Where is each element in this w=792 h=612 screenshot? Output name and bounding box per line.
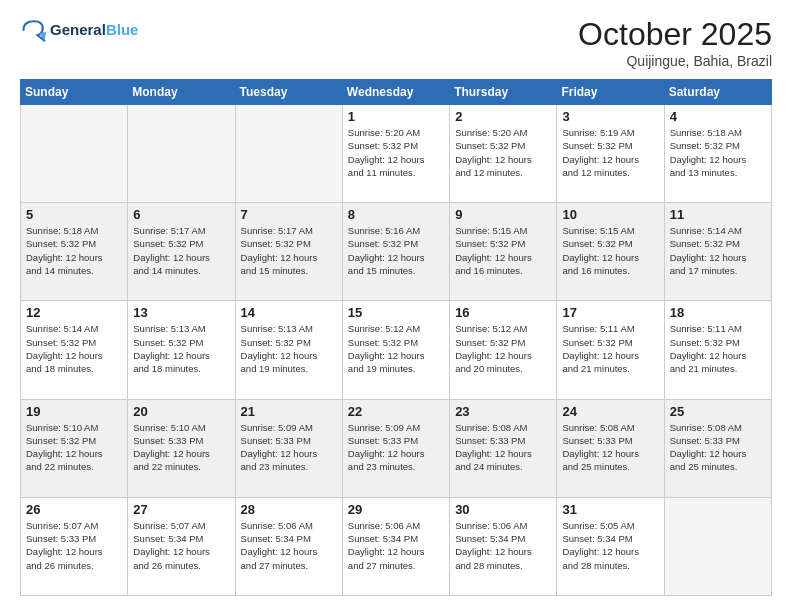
day-info: Sunrise: 5:07 AMSunset: 5:34 PMDaylight:…	[133, 519, 229, 572]
day-info: Sunrise: 5:11 AMSunset: 5:32 PMDaylight:…	[562, 322, 658, 375]
header: GeneralBlue October 2025 Quijingue, Bahi…	[20, 16, 772, 69]
col-tuesday: Tuesday	[235, 80, 342, 105]
day-number: 18	[670, 305, 766, 320]
table-row: 18Sunrise: 5:11 AMSunset: 5:32 PMDayligh…	[664, 301, 771, 399]
day-info: Sunrise: 5:10 AMSunset: 5:33 PMDaylight:…	[133, 421, 229, 474]
day-number: 30	[455, 502, 551, 517]
day-info: Sunrise: 5:20 AMSunset: 5:32 PMDaylight:…	[455, 126, 551, 179]
day-info: Sunrise: 5:16 AMSunset: 5:32 PMDaylight:…	[348, 224, 444, 277]
day-info: Sunrise: 5:05 AMSunset: 5:34 PMDaylight:…	[562, 519, 658, 572]
table-row	[21, 105, 128, 203]
table-row: 31Sunrise: 5:05 AMSunset: 5:34 PMDayligh…	[557, 497, 664, 595]
day-number: 7	[241, 207, 337, 222]
day-info: Sunrise: 5:10 AMSunset: 5:32 PMDaylight:…	[26, 421, 122, 474]
calendar-week-row: 1Sunrise: 5:20 AMSunset: 5:32 PMDaylight…	[21, 105, 772, 203]
day-number: 3	[562, 109, 658, 124]
col-friday: Friday	[557, 80, 664, 105]
day-number: 5	[26, 207, 122, 222]
calendar-week-row: 12Sunrise: 5:14 AMSunset: 5:32 PMDayligh…	[21, 301, 772, 399]
day-number: 6	[133, 207, 229, 222]
title-block: October 2025 Quijingue, Bahia, Brazil	[578, 16, 772, 69]
day-info: Sunrise: 5:06 AMSunset: 5:34 PMDaylight:…	[348, 519, 444, 572]
table-row: 30Sunrise: 5:06 AMSunset: 5:34 PMDayligh…	[450, 497, 557, 595]
calendar-header-row: Sunday Monday Tuesday Wednesday Thursday…	[21, 80, 772, 105]
table-row: 11Sunrise: 5:14 AMSunset: 5:32 PMDayligh…	[664, 203, 771, 301]
day-info: Sunrise: 5:09 AMSunset: 5:33 PMDaylight:…	[241, 421, 337, 474]
day-number: 20	[133, 404, 229, 419]
day-info: Sunrise: 5:06 AMSunset: 5:34 PMDaylight:…	[241, 519, 337, 572]
day-info: Sunrise: 5:17 AMSunset: 5:32 PMDaylight:…	[241, 224, 337, 277]
table-row: 3Sunrise: 5:19 AMSunset: 5:32 PMDaylight…	[557, 105, 664, 203]
day-number: 26	[26, 502, 122, 517]
day-info: Sunrise: 5:20 AMSunset: 5:32 PMDaylight:…	[348, 126, 444, 179]
table-row: 22Sunrise: 5:09 AMSunset: 5:33 PMDayligh…	[342, 399, 449, 497]
day-number: 12	[26, 305, 122, 320]
table-row: 23Sunrise: 5:08 AMSunset: 5:33 PMDayligh…	[450, 399, 557, 497]
day-info: Sunrise: 5:15 AMSunset: 5:32 PMDaylight:…	[455, 224, 551, 277]
day-number: 24	[562, 404, 658, 419]
day-info: Sunrise: 5:17 AMSunset: 5:32 PMDaylight:…	[133, 224, 229, 277]
day-info: Sunrise: 5:06 AMSunset: 5:34 PMDaylight:…	[455, 519, 551, 572]
day-info: Sunrise: 5:14 AMSunset: 5:32 PMDaylight:…	[670, 224, 766, 277]
day-number: 16	[455, 305, 551, 320]
calendar-week-row: 26Sunrise: 5:07 AMSunset: 5:33 PMDayligh…	[21, 497, 772, 595]
day-info: Sunrise: 5:07 AMSunset: 5:33 PMDaylight:…	[26, 519, 122, 572]
day-number: 11	[670, 207, 766, 222]
logo-icon	[20, 16, 48, 44]
table-row: 19Sunrise: 5:10 AMSunset: 5:32 PMDayligh…	[21, 399, 128, 497]
table-row	[235, 105, 342, 203]
logo-text: GeneralBlue	[50, 21, 138, 39]
table-row: 13Sunrise: 5:13 AMSunset: 5:32 PMDayligh…	[128, 301, 235, 399]
day-number: 22	[348, 404, 444, 419]
table-row: 20Sunrise: 5:10 AMSunset: 5:33 PMDayligh…	[128, 399, 235, 497]
table-row: 15Sunrise: 5:12 AMSunset: 5:32 PMDayligh…	[342, 301, 449, 399]
table-row: 21Sunrise: 5:09 AMSunset: 5:33 PMDayligh…	[235, 399, 342, 497]
day-number: 21	[241, 404, 337, 419]
day-info: Sunrise: 5:08 AMSunset: 5:33 PMDaylight:…	[455, 421, 551, 474]
day-info: Sunrise: 5:19 AMSunset: 5:32 PMDaylight:…	[562, 126, 658, 179]
table-row: 4Sunrise: 5:18 AMSunset: 5:32 PMDaylight…	[664, 105, 771, 203]
day-number: 13	[133, 305, 229, 320]
table-row: 1Sunrise: 5:20 AMSunset: 5:32 PMDaylight…	[342, 105, 449, 203]
table-row: 16Sunrise: 5:12 AMSunset: 5:32 PMDayligh…	[450, 301, 557, 399]
table-row: 9Sunrise: 5:15 AMSunset: 5:32 PMDaylight…	[450, 203, 557, 301]
day-number: 15	[348, 305, 444, 320]
day-info: Sunrise: 5:18 AMSunset: 5:32 PMDaylight:…	[670, 126, 766, 179]
subtitle: Quijingue, Bahia, Brazil	[578, 53, 772, 69]
table-row: 24Sunrise: 5:08 AMSunset: 5:33 PMDayligh…	[557, 399, 664, 497]
table-row: 5Sunrise: 5:18 AMSunset: 5:32 PMDaylight…	[21, 203, 128, 301]
day-info: Sunrise: 5:18 AMSunset: 5:32 PMDaylight:…	[26, 224, 122, 277]
day-number: 14	[241, 305, 337, 320]
col-saturday: Saturday	[664, 80, 771, 105]
table-row: 2Sunrise: 5:20 AMSunset: 5:32 PMDaylight…	[450, 105, 557, 203]
table-row: 17Sunrise: 5:11 AMSunset: 5:32 PMDayligh…	[557, 301, 664, 399]
day-info: Sunrise: 5:15 AMSunset: 5:32 PMDaylight:…	[562, 224, 658, 277]
day-number: 25	[670, 404, 766, 419]
table-row: 26Sunrise: 5:07 AMSunset: 5:33 PMDayligh…	[21, 497, 128, 595]
day-info: Sunrise: 5:13 AMSunset: 5:32 PMDaylight:…	[241, 322, 337, 375]
day-info: Sunrise: 5:12 AMSunset: 5:32 PMDaylight:…	[348, 322, 444, 375]
table-row: 7Sunrise: 5:17 AMSunset: 5:32 PMDaylight…	[235, 203, 342, 301]
day-info: Sunrise: 5:13 AMSunset: 5:32 PMDaylight:…	[133, 322, 229, 375]
day-info: Sunrise: 5:14 AMSunset: 5:32 PMDaylight:…	[26, 322, 122, 375]
day-number: 29	[348, 502, 444, 517]
day-info: Sunrise: 5:12 AMSunset: 5:32 PMDaylight:…	[455, 322, 551, 375]
table-row: 10Sunrise: 5:15 AMSunset: 5:32 PMDayligh…	[557, 203, 664, 301]
table-row: 14Sunrise: 5:13 AMSunset: 5:32 PMDayligh…	[235, 301, 342, 399]
day-number: 28	[241, 502, 337, 517]
col-thursday: Thursday	[450, 80, 557, 105]
table-row: 6Sunrise: 5:17 AMSunset: 5:32 PMDaylight…	[128, 203, 235, 301]
day-number: 2	[455, 109, 551, 124]
calendar-week-row: 5Sunrise: 5:18 AMSunset: 5:32 PMDaylight…	[21, 203, 772, 301]
calendar-table: Sunday Monday Tuesday Wednesday Thursday…	[20, 79, 772, 596]
day-number: 23	[455, 404, 551, 419]
calendar-week-row: 19Sunrise: 5:10 AMSunset: 5:32 PMDayligh…	[21, 399, 772, 497]
table-row	[128, 105, 235, 203]
col-monday: Monday	[128, 80, 235, 105]
table-row: 12Sunrise: 5:14 AMSunset: 5:32 PMDayligh…	[21, 301, 128, 399]
day-number: 27	[133, 502, 229, 517]
table-row: 8Sunrise: 5:16 AMSunset: 5:32 PMDaylight…	[342, 203, 449, 301]
table-row: 27Sunrise: 5:07 AMSunset: 5:34 PMDayligh…	[128, 497, 235, 595]
day-number: 4	[670, 109, 766, 124]
month-title: October 2025	[578, 16, 772, 53]
